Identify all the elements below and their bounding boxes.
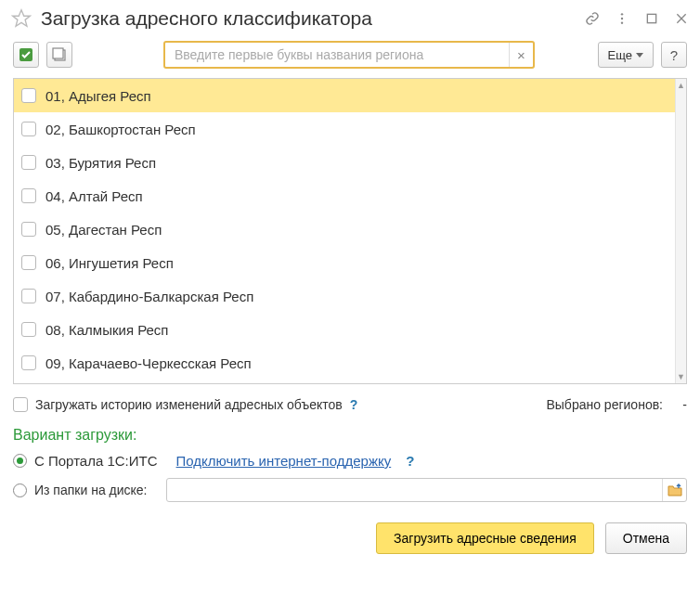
region-row[interactable]: 03, Бурятия Респ bbox=[14, 146, 675, 179]
close-icon[interactable] bbox=[674, 11, 689, 26]
selected-count-value: - bbox=[678, 397, 687, 412]
scrollbar[interactable]: ▲ ▼ bbox=[675, 79, 686, 383]
variant-title: Вариант загрузки: bbox=[0, 418, 700, 449]
connect-support-link[interactable]: Подключить интернет-поддержку bbox=[176, 453, 392, 469]
region-list: 01, Адыгея Респ02, Башкортостан Респ03, … bbox=[13, 78, 687, 384]
region-checkbox[interactable] bbox=[21, 255, 36, 270]
region-checkbox[interactable] bbox=[21, 88, 36, 103]
region-row[interactable]: 01, Адыгея Респ bbox=[14, 79, 675, 112]
load-button[interactable]: Загрузить адресные сведения bbox=[376, 522, 594, 554]
svg-point-1 bbox=[621, 13, 623, 15]
connect-help-icon[interactable]: ? bbox=[406, 453, 414, 469]
history-label: Загружать историю изменений адресных объ… bbox=[35, 397, 343, 412]
link-icon[interactable] bbox=[585, 11, 600, 26]
region-checkbox[interactable] bbox=[21, 188, 36, 203]
svg-rect-4 bbox=[647, 14, 655, 22]
region-checkbox[interactable] bbox=[21, 122, 36, 136]
scroll-down-icon[interactable]: ▼ bbox=[676, 370, 686, 383]
more-menu-button[interactable]: Еще bbox=[598, 42, 654, 68]
more-menu-label: Еще bbox=[608, 48, 632, 62]
region-row[interactable]: 04, Алтай Респ bbox=[14, 179, 675, 213]
region-label: 05, Дагестан Респ bbox=[45, 222, 162, 238]
region-label: 06, Ингушетия Респ bbox=[45, 255, 174, 271]
region-label: 03, Бурятия Респ bbox=[45, 155, 156, 171]
folder-path-wrap bbox=[166, 478, 687, 502]
region-row[interactable]: 05, Дагестан Респ bbox=[14, 213, 675, 246]
region-checkbox[interactable] bbox=[21, 289, 36, 303]
region-checkbox[interactable] bbox=[21, 155, 36, 170]
chevron-down-icon bbox=[636, 53, 643, 58]
check-all-button[interactable] bbox=[13, 42, 39, 68]
portal-radio[interactable] bbox=[13, 454, 27, 468]
region-checkbox[interactable] bbox=[21, 222, 36, 237]
window-title: Загрузка адресного классификатора bbox=[41, 7, 585, 30]
menu-dots-icon[interactable] bbox=[615, 11, 629, 26]
region-row[interactable]: 08, Калмыкия Респ bbox=[14, 313, 675, 346]
region-row[interactable]: 09, Карачаево-Черкесская Респ bbox=[14, 346, 675, 380]
footer: Загрузить адресные сведения Отмена bbox=[0, 502, 700, 554]
region-label: 09, Карачаево-Черкесская Респ bbox=[45, 355, 252, 371]
uncheck-all-button[interactable] bbox=[46, 42, 72, 68]
help-button[interactable]: ? bbox=[661, 42, 687, 68]
region-row[interactable]: 02, Башкортостан Респ bbox=[14, 112, 675, 146]
search-field-wrap: × bbox=[163, 41, 535, 69]
titlebar: Загрузка адресного классификатора bbox=[0, 0, 700, 41]
selected-count-label: Выбрано регионов: bbox=[546, 397, 663, 412]
region-label: 07, Кабардино-Балкарская Респ bbox=[45, 289, 253, 304]
region-label: 01, Адыгея Респ bbox=[45, 88, 151, 104]
browse-folder-button[interactable] bbox=[662, 479, 686, 501]
cancel-button[interactable]: Отмена bbox=[605, 522, 687, 554]
region-label: 08, Калмыкия Респ bbox=[45, 322, 169, 338]
portal-option-row: С Портала 1С:ИТС Подключить интернет-под… bbox=[0, 449, 700, 472]
region-row[interactable]: 06, Ингушетия Респ bbox=[14, 246, 675, 279]
history-help-icon[interactable]: ? bbox=[350, 397, 358, 412]
scroll-up-icon[interactable]: ▲ bbox=[676, 79, 686, 92]
folder-radio[interactable] bbox=[13, 483, 27, 497]
clear-search-button[interactable]: × bbox=[509, 43, 533, 67]
favorite-star-icon[interactable] bbox=[11, 8, 32, 29]
region-label: 04, Алтай Респ bbox=[45, 188, 143, 204]
svg-rect-9 bbox=[53, 48, 63, 58]
folder-label: Из папки на диске: bbox=[34, 483, 148, 497]
region-row[interactable]: 07, Кабардино-Балкарская Респ bbox=[14, 279, 675, 313]
folder-option-row: Из папки на диске: bbox=[0, 472, 700, 502]
svg-marker-0 bbox=[13, 10, 30, 26]
maximize-icon[interactable] bbox=[644, 11, 659, 26]
region-checkbox[interactable] bbox=[21, 355, 36, 370]
region-label: 02, Башкортостан Респ bbox=[45, 122, 196, 137]
history-checkbox[interactable] bbox=[13, 397, 28, 412]
portal-label: С Портала 1С:ИТС bbox=[34, 453, 158, 469]
toolbar: × Еще ? bbox=[0, 41, 700, 78]
svg-point-2 bbox=[621, 18, 623, 19]
folder-path-input[interactable] bbox=[167, 479, 662, 501]
region-checkbox[interactable] bbox=[21, 322, 36, 337]
history-option-row: Загружать историю изменений адресных объ… bbox=[0, 384, 700, 418]
svg-point-3 bbox=[621, 21, 623, 23]
search-input[interactable] bbox=[165, 47, 509, 62]
